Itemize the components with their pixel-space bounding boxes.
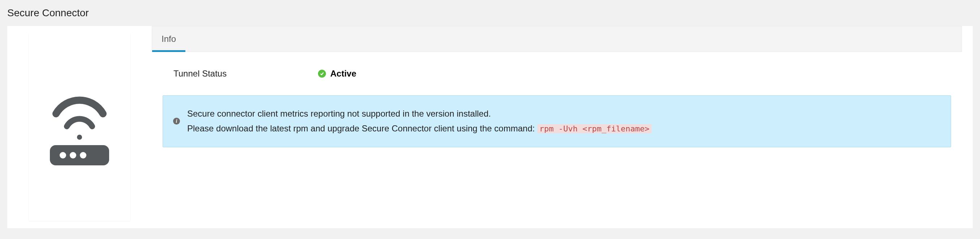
tab-bar: Info [152,26,962,52]
tab-info-label: Info [162,34,176,44]
info-alert: i Secure connector client metrics report… [162,95,951,147]
tunnel-status-row: Tunnel Status Active [152,52,962,95]
info-alert-line2-prefix: Please download the latest rpm and upgra… [187,123,537,133]
info-alert-line1: Secure connector client metrics reportin… [187,109,491,119]
device-icon-wrap [29,33,130,221]
tab-info[interactable]: Info [152,26,185,52]
svg-point-3 [70,152,76,158]
page-title: Secure Connector [7,7,980,19]
page-header: Secure Connector [0,0,980,26]
tunnel-status-value-wrap: Active [318,69,356,79]
svg-point-2 [60,152,66,158]
check-circle-icon [318,70,326,78]
main-content: Info Tunnel Status Active i Secure conne… [7,26,973,228]
svg-point-0 [77,135,82,140]
svg-point-4 [80,152,86,158]
tunnel-status-label: Tunnel Status [173,69,318,79]
svg-rect-1 [50,145,109,165]
info-alert-text: Secure connector client metrics reportin… [187,106,652,136]
router-icon [36,83,123,171]
content-panel: Info Tunnel Status Active i Secure conne… [152,26,973,228]
device-card [7,26,152,228]
info-icon: i [173,118,180,125]
info-alert-command: rpm -Uvh <rpm_filename> [537,124,652,133]
tunnel-status-value: Active [330,69,356,79]
